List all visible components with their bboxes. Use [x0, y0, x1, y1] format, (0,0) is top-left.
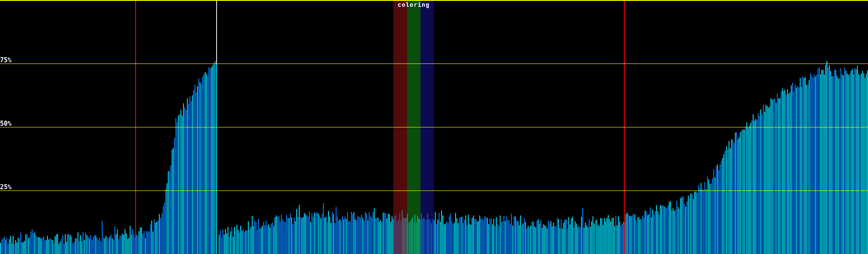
event-marker-line-1: [135, 1, 136, 254]
coloring-band-red: [393, 1, 407, 254]
event-marker-line-2: [624, 1, 625, 254]
coloring-label: coloring: [393, 2, 434, 8]
coloring-band-green: [407, 1, 420, 254]
tick-label-75: 75%: [0, 58, 11, 63]
gridline-75: [0, 64, 868, 64]
gridline-100: [0, 0, 868, 1]
gridline-25: [0, 190, 868, 191]
tick-label-25: 25%: [0, 185, 11, 190]
tick-label-50: 50%: [0, 121, 11, 127]
coloring-band-blue: [420, 1, 434, 254]
level-meter-panel: 75% 50% 25% coloring: [0, 0, 868, 254]
gridline-50: [0, 127, 868, 127]
